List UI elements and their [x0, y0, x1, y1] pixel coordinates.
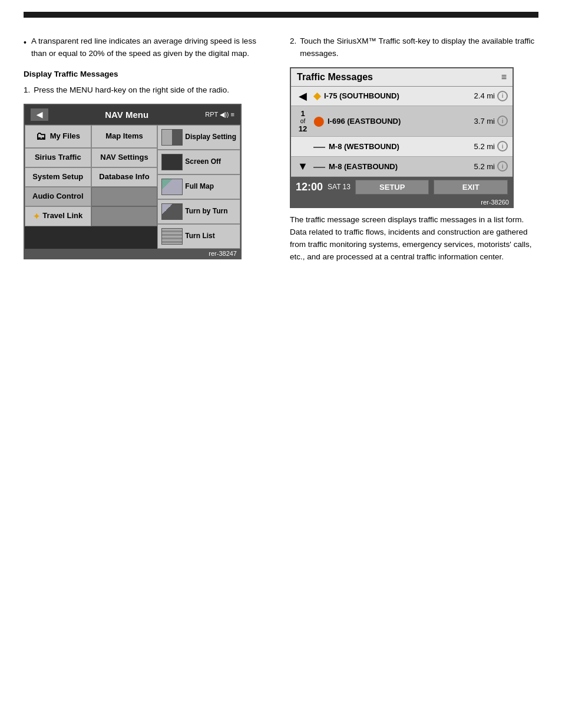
- nav-ref-code: rer-38247: [25, 249, 240, 258]
- turn-by-turn-button[interactable]: Turn by Turn: [157, 199, 240, 224]
- travel-link-button[interactable]: ✦ Travel Link: [25, 206, 91, 226]
- traffic-road-3: — M-8 (WESTBOUND): [313, 140, 471, 153]
- traffic-road-4: — M-8 (EASTBOUND): [313, 160, 471, 173]
- road-4-label: M-8 (EASTBOUND): [329, 162, 398, 171]
- traffic-row-3[interactable]: — M-8 (WESTBOUND) 5.2 mi i: [291, 137, 513, 157]
- left-column: • A transparent red line indicates an av…: [24, 35, 272, 262]
- full-map-label: Full Map: [185, 182, 214, 192]
- bullet-dot: •: [24, 37, 27, 60]
- nav-side-panel: Display Setting Screen Off Full Map: [157, 125, 240, 249]
- full-map-icon: [161, 179, 183, 195]
- display-setting-icon: [161, 129, 183, 146]
- step1-item: 1. Press the MENU hard-key on the right …: [24, 84, 272, 97]
- nav-row-3: System Setup Database Info: [25, 167, 157, 187]
- nav-row-4: Audio Control: [25, 187, 157, 206]
- traffic-num-col-4: ▼: [296, 160, 310, 173]
- traffic-dist-4: 5.2 mi i: [474, 161, 508, 172]
- my-files-icon: 🗂: [36, 130, 47, 143]
- traffic-messages-ui: Traffic Messages ≡ ◀ ◆ I-75 (SOUTHBOUND)…: [290, 67, 514, 208]
- screen-off-button[interactable]: Screen Off: [157, 150, 240, 174]
- map-items-button[interactable]: Map Items: [91, 125, 158, 148]
- page-container: • A transparent red line indicates an av…: [0, 0, 562, 728]
- traffic-row-2[interactable]: 1 of 12 ⬤ I-696 (EASTBOUND) 3.7 mi i: [291, 106, 513, 137]
- info-circle-2: i: [497, 116, 508, 126]
- down-arrow-icon: ▼: [297, 160, 308, 173]
- top-bar: [24, 12, 538, 18]
- nav-row-5: ✦ Travel Link: [25, 206, 157, 226]
- step1-text: Press the MENU hard-key on the right sid…: [34, 84, 229, 97]
- nav-settings-label: NAV Settings: [100, 153, 148, 163]
- dist-3-label: 5.2 mi: [474, 142, 495, 151]
- right-column: 2. Touch the SiriusXM™ Traffic soft-key …: [290, 35, 538, 263]
- step2-number: 2.: [290, 35, 296, 60]
- traffic-dist-1: 2.4 mi i: [474, 91, 508, 101]
- back-arrow-icon: ◀: [37, 110, 42, 119]
- diamond-icon: ◆: [313, 90, 320, 101]
- nav-menu-left: 🗂 My Files Map Items Sirius Traffic: [25, 125, 157, 249]
- exit-button[interactable]: EXIT: [434, 180, 508, 195]
- map-items-label: Map Items: [105, 131, 143, 141]
- database-info-button[interactable]: Database Info: [91, 167, 158, 187]
- road-3-label: M-8 (WESTBOUND): [329, 142, 399, 151]
- circle-icon: ⬤: [313, 116, 324, 127]
- full-map-button[interactable]: Full Map: [157, 174, 240, 199]
- turn-by-turn-label: Turn by Turn: [185, 207, 227, 216]
- travel-link-icon: ✦: [33, 211, 40, 222]
- nav-row-1: 🗂 My Files Map Items: [25, 125, 157, 148]
- audio-control-button[interactable]: Audio Control: [25, 187, 91, 206]
- dist-1-label: 2.4 mi: [474, 91, 495, 100]
- traffic-time: 12:00: [296, 181, 323, 193]
- dist-4-label: 5.2 mi: [474, 162, 495, 171]
- traffic-paragraph: The traffic message screen displays traf…: [290, 214, 538, 263]
- system-setup-button[interactable]: System Setup: [25, 167, 91, 187]
- dist-2-label: 3.7 mi: [474, 117, 495, 126]
- road-2-label: I-696 (EASTBOUND): [328, 117, 401, 126]
- traffic-dist-3: 5.2 mi i: [474, 141, 508, 151]
- system-setup-label: System Setup: [32, 172, 83, 182]
- traffic-road-2: ⬤ I-696 (EASTBOUND): [313, 116, 471, 127]
- turn-list-label: Turn List: [185, 232, 214, 241]
- traffic-num-top: 1: [300, 109, 305, 118]
- up-arrow-icon: ◀: [299, 90, 307, 103]
- nav-settings-button[interactable]: NAV Settings: [91, 148, 158, 167]
- traffic-header: Traffic Messages ≡: [291, 68, 513, 87]
- screen-off-icon: [161, 154, 183, 170]
- traffic-row-4[interactable]: ▼ — M-8 (EASTBOUND) 5.2 mi i: [291, 157, 513, 177]
- sirius-traffic-button[interactable]: Sirius Traffic: [25, 148, 91, 167]
- nav-menu-title: NAV Menu: [105, 110, 148, 120]
- turn-list-button[interactable]: Turn List: [157, 224, 240, 249]
- nav-menu-header: ◀ NAV Menu RPT ◀)) ≡: [25, 105, 240, 125]
- turn-list-icon: [161, 228, 183, 245]
- info-circle-3: i: [497, 141, 508, 151]
- traffic-ref-code: rer-38260: [291, 197, 513, 207]
- nav-row-2: Sirius Traffic NAV Settings: [25, 148, 157, 167]
- step2-item: 2. Touch the SiriusXM™ Traffic soft-key …: [290, 35, 538, 60]
- info-circle-1: i: [497, 91, 508, 101]
- traffic-footer: 12:00 SAT 13 SETUP EXIT: [291, 177, 513, 197]
- screen-off-label: Screen Off: [185, 157, 221, 167]
- traffic-road-1: ◆ I-75 (SOUTHBOUND): [313, 90, 471, 101]
- traffic-num-col-1: ◀: [296, 90, 310, 103]
- nav-back-button[interactable]: ◀: [31, 108, 48, 121]
- turn-by-turn-icon: [161, 203, 183, 220]
- setup-button[interactable]: SETUP: [355, 180, 429, 195]
- display-setting-label: Display Setting: [185, 133, 236, 142]
- sirius-traffic-label: Sirius Traffic: [35, 153, 81, 163]
- traffic-title: Traffic Messages: [297, 72, 373, 83]
- traffic-header-icon: ≡: [501, 72, 507, 83]
- step2-text: Touch the SiriusXM™ Traffic soft-key to …: [300, 35, 538, 60]
- step1-number: 1.: [24, 84, 30, 97]
- traffic-dist-2: 3.7 mi i: [474, 116, 508, 126]
- my-files-button[interactable]: 🗂 My Files: [25, 125, 91, 148]
- database-info-label: Database Info: [99, 172, 149, 182]
- bullet-text: A transparent red line indicates an aver…: [31, 35, 272, 60]
- nav-menu-body: 🗂 My Files Map Items Sirius Traffic: [25, 125, 240, 249]
- audio-control-label: Audio Control: [32, 192, 84, 200]
- display-setting-button[interactable]: Display Setting: [157, 125, 240, 150]
- traffic-row-1[interactable]: ◀ ◆ I-75 (SOUTHBOUND) 2.4 mi i: [291, 87, 513, 106]
- road-1-label: I-75 (SOUTHBOUND): [324, 91, 399, 100]
- minus-icon-1: —: [313, 140, 325, 153]
- traffic-of: of: [300, 118, 305, 124]
- bullet-item: • A transparent red line indicates an av…: [24, 35, 272, 60]
- nav-menu-ui: ◀ NAV Menu RPT ◀)) ≡ 🗂 My Files: [24, 104, 242, 259]
